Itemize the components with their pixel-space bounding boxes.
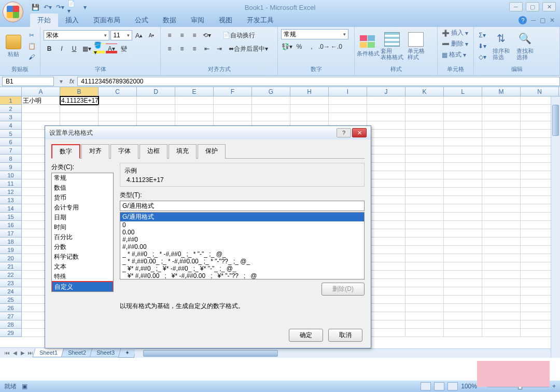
cell[interactable] [444, 146, 482, 155]
cell[interactable] [482, 221, 521, 229]
category-item[interactable]: 自定义 [52, 282, 113, 292]
format-cells-button[interactable]: ▦格式▾ [440, 50, 471, 60]
cell[interactable] [367, 229, 405, 237]
type-list-item[interactable]: _ * #,##0.00_ ;_ * -#,##0.00_ ;_ * "-"??… [120, 258, 364, 265]
clear-icon[interactable]: ◇▾ [477, 52, 487, 62]
cell[interactable] [367, 221, 405, 229]
cell[interactable] [405, 163, 444, 171]
page-break-view-button[interactable] [447, 382, 458, 390]
dialog-close-button[interactable]: ✕ [352, 128, 367, 137]
underline-button[interactable]: U [68, 44, 80, 54]
row-header[interactable]: 25 [0, 296, 22, 304]
quickprint-icon[interactable]: 📄▾ [67, 2, 78, 12]
cell[interactable] [367, 296, 405, 304]
cell[interactable] [99, 113, 137, 121]
cell[interactable] [482, 287, 521, 296]
cell[interactable] [367, 329, 405, 337]
cell[interactable] [329, 105, 367, 113]
cell[interactable] [482, 296, 521, 304]
format-painter-icon[interactable]: 🖌 [26, 52, 37, 62]
cell[interactable] [444, 279, 482, 287]
cell[interactable] [444, 221, 482, 229]
cell-styles-button[interactable]: 单元格 样式 [404, 32, 427, 60]
percent-icon[interactable]: % [293, 41, 305, 52]
cell[interactable] [444, 171, 482, 179]
cell[interactable] [405, 237, 444, 246]
cell[interactable] [405, 179, 444, 188]
cell[interactable] [405, 287, 444, 296]
category-item[interactable]: 日期 [52, 213, 113, 222]
cell[interactable] [367, 155, 405, 163]
row-header[interactable]: 24 [0, 287, 22, 296]
cut-icon[interactable]: ✂ [26, 31, 37, 40]
cell[interactable] [482, 121, 521, 130]
cell[interactable] [405, 196, 444, 204]
category-item[interactable]: 百分比 [52, 232, 113, 242]
cell[interactable] [482, 204, 521, 213]
cell[interactable] [367, 254, 405, 262]
indent-dec-icon[interactable]: ⇤ [201, 44, 213, 54]
category-item[interactable]: 货币 [52, 193, 113, 203]
cell[interactable] [214, 96, 252, 105]
row-header[interactable]: 26 [0, 304, 22, 312]
cell[interactable] [367, 320, 405, 329]
cell[interactable] [405, 304, 444, 312]
cell[interactable] [252, 113, 290, 121]
cell[interactable] [137, 105, 175, 113]
column-header[interactable]: B [60, 87, 99, 96]
tab-data[interactable]: 数据 [156, 13, 184, 27]
column-header[interactable]: C [99, 87, 137, 96]
cell[interactable] [405, 254, 444, 262]
type-list-item[interactable]: _ * #,##0_ ;_ * -#,##0_ ;_ * "-"_ ;_ @_ [120, 250, 364, 258]
cell[interactable] [367, 271, 405, 279]
cell[interactable] [367, 246, 405, 254]
cell[interactable] [482, 262, 521, 271]
page-layout-view-button[interactable] [434, 382, 444, 390]
cell[interactable] [405, 221, 444, 229]
cell[interactable] [214, 113, 252, 121]
category-item[interactable]: 常规 [52, 173, 113, 183]
column-header[interactable]: N [521, 87, 559, 96]
row-header[interactable]: 17 [0, 229, 22, 237]
cell[interactable] [482, 271, 521, 279]
format-as-table-button[interactable]: 套用 表格格式 [381, 32, 403, 60]
row-header[interactable]: 3 [0, 113, 22, 121]
mdi-close-icon[interactable]: ✕ [550, 17, 555, 24]
cell[interactable] [22, 105, 60, 113]
cell[interactable] [444, 304, 482, 312]
cell[interactable] [444, 246, 482, 254]
vscroll-thumb[interactable] [552, 105, 559, 136]
cell[interactable] [367, 105, 405, 113]
dialog-titlebar[interactable]: 设置单元格格式 ? ✕ [45, 126, 371, 139]
cell[interactable] [482, 188, 521, 196]
status-macro-icon[interactable]: ▣ [22, 383, 27, 390]
cell[interactable] [405, 188, 444, 196]
row-header[interactable]: 21 [0, 262, 22, 271]
cell[interactable] [22, 113, 60, 121]
cell[interactable] [444, 138, 482, 146]
font-family-combo[interactable]: 宋体▾ [44, 30, 109, 40]
cell[interactable] [482, 279, 521, 287]
row-header[interactable]: 20 [0, 254, 22, 262]
align-bottom-icon[interactable]: ≡ [189, 30, 200, 40]
cell[interactable] [290, 113, 329, 121]
dialog-tab-protect[interactable]: 保护 [198, 144, 226, 159]
cell[interactable] [405, 271, 444, 279]
cell[interactable] [482, 229, 521, 237]
cell[interactable] [137, 113, 175, 121]
category-list[interactable]: 常规数值货币会计专用日期时间百分比分数科学记数文本特殊自定义 [51, 173, 114, 292]
bold-button[interactable]: B [44, 44, 55, 54]
cell[interactable] [482, 246, 521, 254]
cell[interactable] [444, 113, 482, 121]
type-input[interactable] [120, 201, 365, 211]
cell[interactable]: 王小明 [22, 96, 60, 105]
undo-icon[interactable]: ↶▾ [43, 2, 53, 12]
column-header[interactable]: M [482, 87, 521, 96]
dialog-help-button[interactable]: ? [337, 128, 351, 137]
cell[interactable] [444, 163, 482, 171]
category-item[interactable]: 文本 [52, 262, 113, 272]
cell[interactable]: 4.11123E+17 [60, 96, 99, 105]
column-header[interactable]: K [405, 87, 444, 96]
tab-home[interactable]: 开始 [30, 13, 58, 27]
sheet-nav-first-icon[interactable]: ⏮ [3, 349, 11, 357]
